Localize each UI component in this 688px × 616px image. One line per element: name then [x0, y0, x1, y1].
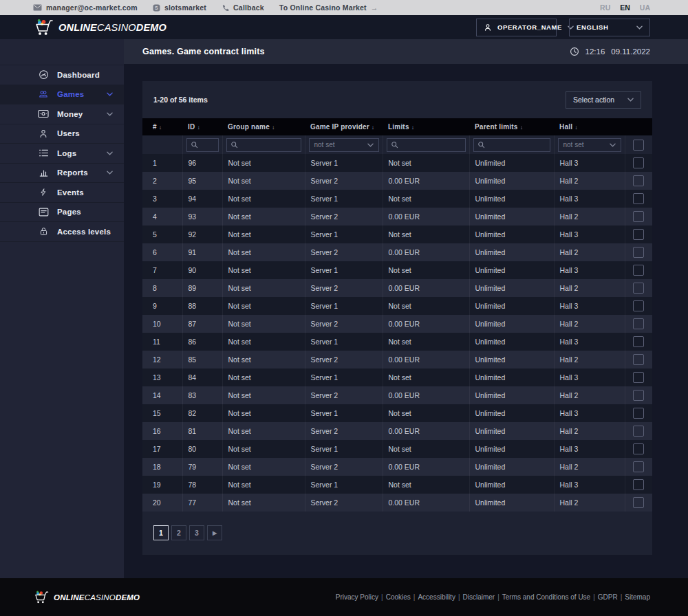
sidebar-item-access-levels[interactable]: Access levels: [0, 222, 124, 242]
row-checkbox[interactable]: [633, 193, 644, 204]
pagination-page-3[interactable]: 3: [189, 525, 204, 540]
brand-part-casino: CASINO: [97, 22, 136, 33]
market-link[interactable]: To Online Casino Market →: [279, 3, 378, 12]
row-checkbox[interactable]: [633, 175, 644, 186]
select-action-label: Select action: [573, 96, 614, 104]
row-checkbox[interactable]: [633, 408, 644, 419]
row-checkbox[interactable]: [633, 247, 644, 258]
row-checkbox[interactable]: [633, 390, 644, 401]
column-label: ID: [188, 123, 195, 131]
column-header-hall[interactable]: Hall↓: [554, 118, 625, 135]
cell-hall: Hall 2: [554, 315, 625, 333]
cell-hall: Hall 3: [554, 440, 625, 458]
cell-limits: Not set: [383, 154, 469, 172]
row-checkbox[interactable]: [633, 426, 644, 437]
row-checkbox[interactable]: [633, 265, 644, 276]
cell-parent: Unlimited: [469, 476, 554, 494]
row-checkbox[interactable]: [633, 372, 644, 383]
footer-link-accessibility[interactable]: Accessibility: [418, 593, 455, 601]
pagination-page-1[interactable]: 1: [153, 525, 169, 540]
cell-parent: Unlimited: [469, 351, 554, 368]
cell-num: 19: [142, 476, 182, 494]
filter-select-value: not set: [563, 141, 584, 148]
row-checkbox[interactable]: [633, 229, 644, 240]
column-header-id[interactable]: ID↓: [182, 118, 222, 135]
operator-select[interactable]: OPERATOR_NAME: [476, 19, 557, 36]
cell-num: 10: [142, 315, 182, 333]
sidebar-item-money[interactable]: Money: [0, 104, 124, 124]
brand-logo[interactable]: ONLINECASINODEMO: [33, 18, 166, 36]
lang-en[interactable]: EN: [620, 3, 630, 12]
row-checkbox[interactable]: [633, 318, 644, 329]
pagination-next-button[interactable]: ▶: [207, 525, 222, 540]
sidebar-item-label: Logs: [57, 149, 76, 157]
user-icon: [38, 129, 49, 139]
row-checkbox[interactable]: [633, 461, 644, 472]
footer-logo[interactable]: ONLINECASINODEMO: [33, 590, 140, 604]
column-header-num[interactable]: #↓: [142, 118, 182, 135]
filter-select-hall[interactable]: not set: [558, 138, 621, 152]
row-checkbox[interactable]: [633, 443, 644, 454]
clock-icon: [570, 47, 579, 56]
sidebar-item-label: Users: [57, 129, 80, 138]
row-checkbox[interactable]: [633, 479, 644, 490]
column-header-parent[interactable]: Parent limits↓: [469, 118, 554, 135]
select-all-checkbox[interactable]: [633, 140, 644, 151]
row-checkbox[interactable]: [633, 211, 644, 222]
select-action-dropdown[interactable]: Select action: [566, 91, 641, 109]
cell-parent: Unlimited: [469, 190, 554, 208]
row-checkbox[interactable]: [633, 300, 644, 311]
language-select[interactable]: ENGLISH: [569, 19, 650, 36]
row-checkbox[interactable]: [633, 497, 644, 508]
sidebar-item-dashboard[interactable]: Dashboard: [0, 65, 124, 85]
filter-row: not setnot set: [142, 135, 652, 154]
footer-link-gdpr[interactable]: GDPR: [598, 593, 618, 601]
sidebar-item-users[interactable]: Users: [0, 124, 124, 144]
skype-text: slotsmarket: [164, 3, 206, 12]
cell-num: 16: [142, 422, 182, 440]
sidebar-item-logs[interactable]: Logs: [0, 144, 124, 164]
cell-limits: Not set: [383, 190, 469, 208]
cell-hall: Hall 2: [554, 208, 625, 226]
footer-link-privacy-policy[interactable]: Privacy Policy: [336, 593, 378, 601]
pagination-page-2[interactable]: 2: [171, 525, 186, 540]
filter-input-parent[interactable]: [474, 139, 550, 151]
sidebar-item-games[interactable]: Games: [0, 85, 124, 105]
cell-id: 80: [182, 440, 222, 458]
row-checkbox[interactable]: [633, 283, 644, 294]
cell-limits: 0.00 EUR: [383, 279, 469, 297]
callback-link[interactable]: Callback: [222, 3, 264, 12]
sidebar-item-pages[interactable]: Pages: [0, 203, 124, 223]
filter-select-provider[interactable]: not set: [309, 138, 379, 152]
sidebar-item-reports[interactable]: Reports: [0, 164, 124, 184]
filter-select-value: not set: [314, 141, 335, 148]
row-checkbox[interactable]: [633, 354, 644, 365]
row-checkbox[interactable]: [633, 336, 644, 347]
column-header-provider[interactable]: Game IP provider↓: [305, 118, 383, 135]
footer-links: Privacy Policy|Cookies|Accessibility|Dis…: [336, 593, 650, 601]
pages-icon: [38, 208, 49, 217]
lang-ua[interactable]: UA: [640, 3, 650, 12]
skype-link[interactable]: S slotsmarket: [153, 3, 206, 12]
row-checkbox[interactable]: [633, 157, 644, 168]
filter-input-group[interactable]: [227, 139, 301, 151]
footer-link-cookies[interactable]: Cookies: [386, 593, 411, 601]
cell-limits: 0.00 EUR: [383, 386, 469, 404]
column-header-group[interactable]: Group name↓: [222, 118, 305, 135]
table-row: 592Not setServer 1Not setUnlimitedHall 3: [142, 226, 652, 243]
filter-input-limits[interactable]: [387, 139, 465, 151]
column-label: Game IP provider: [310, 123, 369, 131]
cell-id: 86: [182, 333, 222, 351]
footer-link-disclaimer[interactable]: Disclaimer: [463, 593, 495, 601]
footer-link-sitemap[interactable]: Sitemap: [625, 593, 650, 601]
column-header-limits[interactable]: Limits↓: [383, 118, 469, 135]
footer-link-terms-and-conditions-of-use[interactable]: Terms and Conditions of Use: [502, 593, 590, 601]
search-icon: [391, 141, 398, 148]
cell-parent: Unlimited: [469, 208, 554, 226]
sidebar-item-events[interactable]: Events: [0, 183, 124, 203]
email-link[interactable]: manager@oc-market.com: [33, 3, 138, 12]
lang-ru[interactable]: RU: [600, 3, 610, 12]
sidebar-item-label: Reports: [57, 168, 88, 177]
cell-num: 17: [142, 440, 182, 458]
cell-id: 91: [182, 243, 222, 261]
